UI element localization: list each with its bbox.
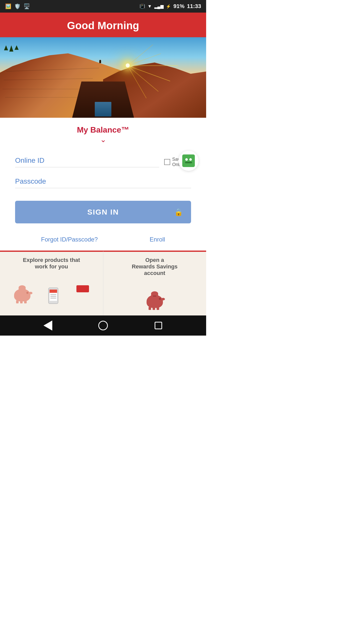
forgot-link[interactable]: Forgot ID/Passcode? <box>41 236 98 243</box>
explore-card-content <box>5 274 98 304</box>
time-display: 11:33 <box>187 3 201 10</box>
login-form: Save Online ID <box>0 146 206 193</box>
greeting-text: Good Morning <box>0 20 206 32</box>
app-icon-2: 🛡️ <box>14 3 21 9</box>
explore-card-button[interactable] <box>76 285 89 292</box>
canyon-scene <box>0 37 206 118</box>
phone-mockup <box>48 288 58 304</box>
sign-in-button[interactable]: SIGN IN 🔒 <box>15 201 191 223</box>
balance-chevron: ⌄ <box>5 135 201 144</box>
passcode-wrapper <box>15 175 191 188</box>
wifi-icon: ▼ <box>148 4 152 9</box>
cards-row: Explore products thatwork for you <box>0 251 206 315</box>
passcode-input[interactable] <box>15 175 191 188</box>
sign-in-section: SIGN IN 🔒 <box>0 193 206 231</box>
rewards-card-content <box>108 280 201 310</box>
battery-percent: 91% <box>173 3 185 10</box>
home-circle-icon <box>98 321 108 330</box>
rewards-card-title: Open aRewards Savingsaccount <box>108 257 201 276</box>
robot-assistant-bubble[interactable] <box>178 151 199 171</box>
explore-card-title: Explore products thatwork for you <box>5 257 98 270</box>
online-id-wrapper <box>15 154 159 167</box>
online-id-input[interactable] <box>15 154 159 167</box>
rewards-card[interactable]: Open aRewards Savingsaccount <box>103 251 206 315</box>
robot-mouth <box>185 162 192 163</box>
robot-eye-right <box>189 158 192 161</box>
phone-screen <box>50 290 57 301</box>
sign-in-label: SIGN IN <box>87 208 119 216</box>
enroll-link[interactable]: Enroll <box>150 236 165 243</box>
app-icon-3: 🖥️ <box>24 3 30 9</box>
back-arrow-icon <box>43 320 52 331</box>
lock-icon: 🔒 <box>174 208 184 216</box>
robot-icon <box>182 154 195 167</box>
vibrate-icon: 📳 <box>140 4 145 9</box>
balance-section[interactable]: My Balance™ ⌄ <box>0 118 206 146</box>
links-row: Forgot ID/Passcode? Enroll <box>0 231 206 251</box>
nav-recent-button[interactable] <box>153 320 163 331</box>
passcode-row <box>15 175 191 188</box>
hero-image <box>0 37 206 118</box>
app-header: Good Morning <box>0 13 206 37</box>
signal-icon: ▂▄▆ <box>154 4 163 9</box>
battery-icon: ⚡ <box>166 4 171 9</box>
status-right-info: 📳 ▼ ▂▄▆ ⚡ 91% 11:33 <box>140 3 201 10</box>
nav-back-button[interactable] <box>43 320 53 331</box>
online-id-row: Save Online ID <box>15 154 191 167</box>
status-bar: 🖼️ 🛡️ 🖥️ 📳 ▼ ▂▄▆ ⚡ 91% 11:33 <box>0 0 206 13</box>
phone-screen-lines <box>50 294 56 299</box>
app-icon-1: 🖼️ <box>5 3 11 9</box>
explore-card[interactable]: Explore products thatwork for you <box>0 251 103 315</box>
balance-title: My Balance™ <box>5 125 201 135</box>
status-left-icons: 🖼️ 🛡️ 🖥️ <box>5 3 30 9</box>
robot-eye-left <box>185 158 188 161</box>
recent-apps-icon <box>155 322 162 329</box>
nav-home-button[interactable] <box>98 320 108 331</box>
main-content: My Balance™ ⌄ Save Online ID <box>0 118 206 315</box>
navigation-bar <box>0 315 206 336</box>
save-id-checkbox[interactable] <box>164 159 170 165</box>
robot-eyes <box>185 158 192 161</box>
